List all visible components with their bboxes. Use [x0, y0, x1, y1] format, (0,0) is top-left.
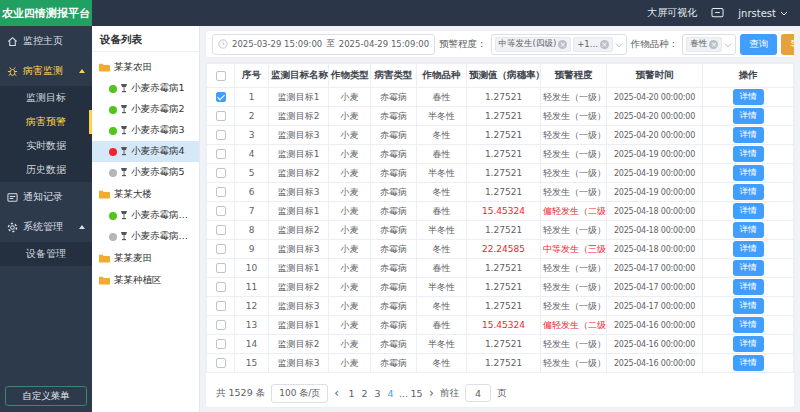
cell-value: 1.27521	[467, 107, 541, 126]
warning-level-select[interactable]: 中等发生(四级) × +1... ×	[491, 34, 627, 55]
row-checkbox[interactable]	[216, 187, 226, 197]
export-button[interactable]: 导出	[781, 34, 795, 55]
cell-level: 轻发生（一级）	[541, 107, 607, 126]
sidebar-item-disease-warning[interactable]: 病害预警	[0, 110, 92, 134]
chevron-up-icon	[79, 69, 85, 73]
sidebar-item-home[interactable]: 监控主页	[0, 26, 92, 56]
row-checkbox[interactable]	[216, 225, 226, 235]
tree-device-item[interactable]: 小麦赤霉病2	[92, 99, 199, 120]
sidebar-item-device-management[interactable]: 设备管理	[0, 242, 92, 266]
sidebar-item-notification-records[interactable]: 通知记录	[0, 182, 92, 212]
big-screen-link[interactable]: 大屏可视化	[647, 6, 697, 20]
row-checkbox[interactable]	[216, 130, 226, 140]
tree-device-item[interactable]: 小麦赤霉病4	[92, 141, 199, 162]
detail-button[interactable]: 详情	[733, 260, 764, 276]
cell-variety: 冬性	[417, 240, 467, 259]
table-row: 3监测目标3小麦赤霉病冬性1.27521轻发生（一级）2025-04-20 00…	[207, 126, 794, 145]
detail-button[interactable]: 详情	[733, 298, 764, 314]
cell-disease: 赤霉病	[371, 354, 417, 373]
cell-disease: 赤霉病	[371, 221, 417, 240]
page-button[interactable]: 2	[358, 388, 371, 399]
row-checkbox[interactable]	[216, 301, 226, 311]
cell-crop: 小麦	[329, 354, 371, 373]
detail-button[interactable]: 详情	[733, 127, 764, 143]
date-start: 2025-03-29 15:09:00	[232, 39, 322, 49]
detail-button[interactable]: 详情	[733, 336, 764, 352]
page-button[interactable]: 1	[345, 388, 358, 399]
sidebar-item-monitoring-target[interactable]: 监测目标	[0, 86, 92, 110]
detail-button[interactable]: 详情	[733, 165, 764, 181]
cell-variety: 半冬性	[417, 335, 467, 354]
custom-menu-button[interactable]: 自定义菜单	[5, 386, 87, 406]
cell-crop: 小麦	[329, 88, 371, 107]
tree-device-item[interactable]: 小麦赤霉病5	[92, 162, 199, 183]
row-checkbox[interactable]	[216, 339, 226, 349]
row-checkbox[interactable]	[216, 92, 226, 102]
detail-button[interactable]: 详情	[733, 184, 764, 200]
prev-page-button[interactable]: ‹	[334, 387, 339, 399]
gear-icon	[7, 222, 18, 233]
row-checkbox[interactable]	[216, 263, 226, 273]
tag-close-icon[interactable]: ×	[558, 40, 567, 49]
page-button[interactable]: 3	[371, 388, 384, 399]
page-button[interactable]: 15	[410, 388, 423, 399]
detail-button[interactable]: 详情	[733, 241, 764, 257]
sidebar-item-realtime-data[interactable]: 实时数据	[0, 134, 92, 158]
cell-crop: 小麦	[329, 145, 371, 164]
cell-time: 2025-04-19 00:00:00	[607, 145, 703, 164]
detail-button[interactable]: 详情	[733, 222, 764, 238]
row-checkbox[interactable]	[216, 149, 226, 159]
detail-button[interactable]: 详情	[733, 355, 764, 371]
next-page-button[interactable]: ›	[429, 387, 434, 399]
detail-button[interactable]: 详情	[733, 89, 764, 105]
detail-button[interactable]: 详情	[733, 108, 764, 124]
table-row: 4监测目标1小麦赤霉病春性1.27521轻发生（一级）2025-04-19 00…	[207, 145, 794, 164]
cell-disease: 赤霉病	[371, 297, 417, 316]
tree-device-item[interactable]: 小麦赤霉病3	[92, 120, 199, 141]
cell-variety: 春性	[417, 202, 467, 221]
tree-group[interactable]: 某某农田	[92, 56, 199, 78]
row-checkbox[interactable]	[216, 320, 226, 330]
detail-button[interactable]: 详情	[733, 317, 764, 333]
date-end: 2025-04-29 15:09:00	[339, 39, 429, 49]
sidebar-item-history-data[interactable]: 历史数据	[0, 158, 92, 182]
sidebar-item-system-management[interactable]: 系统管理	[0, 212, 92, 242]
app-root: 农业四情测报平台 大屏可视化 jnrstest 监控主页 病害监测	[0, 0, 800, 412]
tree-group[interactable]: 某某大楼	[92, 183, 199, 205]
page-button[interactable]: 4	[384, 388, 397, 399]
row-checkbox[interactable]	[216, 206, 226, 216]
user-menu[interactable]: jnrstest	[738, 8, 788, 19]
cell-crop: 小麦	[329, 278, 371, 297]
query-button[interactable]: 查询	[740, 34, 777, 55]
row-checkbox[interactable]	[216, 358, 226, 368]
detail-button[interactable]: 详情	[733, 146, 764, 162]
cell-value: 1.27521	[467, 164, 541, 183]
cell-level: 偏轻发生（二级）	[541, 316, 607, 335]
tree-device-label: 小麦赤霉病5	[131, 166, 185, 179]
cell-name: 监测目标1	[269, 202, 329, 221]
select-all-checkbox[interactable]	[216, 71, 226, 81]
goto-label: 前往	[440, 387, 459, 400]
tree-device-item[interactable]: 小麦赤霉病1	[92, 78, 199, 99]
detail-button[interactable]: 详情	[733, 203, 764, 219]
message-icon[interactable]	[711, 7, 724, 19]
tree-device-item[interactable]: 小麦赤霉病监...	[92, 205, 199, 226]
tag-close-icon[interactable]: ×	[709, 40, 718, 49]
row-checkbox[interactable]	[216, 282, 226, 292]
tree-group[interactable]: 某某种植区	[92, 269, 199, 291]
tree-group[interactable]: 某某麦田	[92, 247, 199, 269]
row-checkbox[interactable]	[216, 244, 226, 254]
sidebar-item-disease-monitoring[interactable]: 病害监测	[0, 56, 92, 86]
cell-no: 3	[235, 126, 269, 145]
row-checkbox[interactable]	[216, 111, 226, 121]
page-size-select[interactable]: 100 条/页	[271, 384, 328, 403]
detail-button[interactable]: 详情	[733, 279, 764, 295]
date-range-picker[interactable]: 2025-03-29 15:09:00 至 2025-04-29 15:09:0…	[212, 34, 435, 55]
row-checkbox[interactable]	[216, 168, 226, 178]
pages-ellipsis[interactable]: ...	[397, 388, 410, 399]
crop-variety-select[interactable]: 春性 ×	[682, 34, 736, 55]
crop-variety-label: 作物品种：	[631, 38, 679, 51]
tag-close-icon[interactable]: ×	[600, 40, 609, 49]
tree-device-item[interactable]: 小麦赤霉病监...	[92, 226, 199, 247]
goto-page-input[interactable]	[465, 384, 491, 402]
